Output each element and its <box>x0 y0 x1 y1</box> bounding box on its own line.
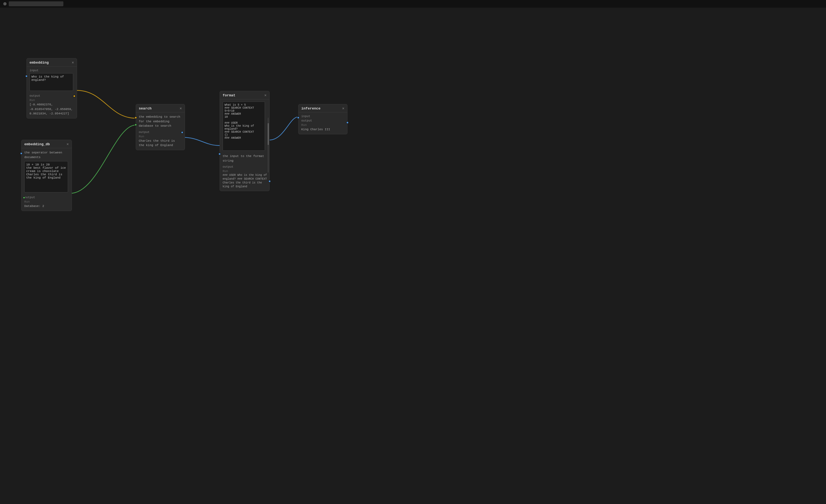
embedding-db-output-port[interactable] <box>23 196 25 199</box>
titlebar-dot <box>3 2 7 5</box>
embedding-db-header: embedding_db × <box>21 140 71 148</box>
embedding-db-output-label: output <box>24 196 69 199</box>
format-input-port[interactable] <box>218 152 221 155</box>
inference-body: input output Run King Charles III <box>299 113 347 134</box>
embedding-db-output-section: output Run Database: 2 <box>24 196 69 208</box>
inference-title: inference <box>301 107 320 111</box>
search-output-value: Charles the third is the king of England <box>139 139 182 148</box>
embedding-db-run[interactable]: Run <box>24 200 69 203</box>
format-run[interactable]: Run <box>223 170 268 173</box>
embedding-db-sep-label: the seperator between documents <box>24 150 69 160</box>
format-scrollbar-thumb[interactable] <box>268 123 269 145</box>
titlebar <box>0 0 826 8</box>
format-input-label: the input to the format string <box>223 154 268 163</box>
search-body: the embedding to search for the embeddin… <box>136 113 185 150</box>
search-desc: the embedding to search for the embeddin… <box>139 115 182 128</box>
search-emb-port[interactable] <box>134 116 137 119</box>
embedding-db-title: embedding_db <box>24 142 50 146</box>
format-output-port[interactable] <box>268 180 271 183</box>
inference-close[interactable]: × <box>342 107 344 111</box>
embedding-output-section: output Run [-0.46092376, -0.016547058, -… <box>30 94 74 116</box>
format-node: format × the input to the format string … <box>220 91 270 191</box>
embedding-output-label: output <box>30 94 74 98</box>
format-header: format × <box>220 91 269 100</box>
format-title: format <box>223 93 235 98</box>
inference-node: inference × input output Run King Charle… <box>298 104 347 134</box>
inference-output-port[interactable] <box>346 121 349 124</box>
inference-output-label: output <box>301 119 344 122</box>
canvas: embedding × input output Run [-0.4609237… <box>0 8 826 504</box>
search-header: search × <box>136 104 185 113</box>
inference-input-port[interactable] <box>297 116 300 119</box>
embedding-db-node: embedding_db × the seperator between doc… <box>21 140 72 211</box>
format-output-label: output <box>223 165 268 169</box>
embedding-output-value: [-0.46092376, -0.016547058, -2.056059, 0… <box>30 103 74 116</box>
embedding-input-port[interactable] <box>25 75 28 77</box>
embedding-body: input output Run [-0.46092376, -0.016547… <box>27 67 77 118</box>
embedding-db-body: the seperator between documents output R… <box>21 148 71 211</box>
format-close[interactable]: × <box>264 93 267 98</box>
embedding-db-input-port[interactable] <box>20 152 23 155</box>
embedding-input-field[interactable] <box>30 73 73 91</box>
search-output-port[interactable] <box>181 131 184 134</box>
search-node: search × the embedding to search for the… <box>136 104 185 150</box>
format-body: the input to the format string output Ru… <box>220 100 269 191</box>
format-input-section: the input to the format string <box>223 154 268 163</box>
embedding-close[interactable]: × <box>72 61 74 65</box>
titlebar-input[interactable] <box>9 1 63 6</box>
search-db-port[interactable] <box>134 123 137 126</box>
search-title: search <box>139 107 152 111</box>
search-output-section: output Run Charles the third is the king… <box>139 130 182 148</box>
inference-header: inference × <box>299 104 347 113</box>
embedding-node-header: embedding × <box>27 58 77 67</box>
embedding-title: embedding <box>30 61 49 65</box>
format-scrollbar-track[interactable] <box>268 118 269 173</box>
inference-input-label: input <box>301 115 344 118</box>
embedding-db-output-value: Database: 2 <box>24 204 69 208</box>
embedding-input-label: input <box>30 69 74 72</box>
inference-output-value: King Charles III <box>301 127 344 132</box>
embedding-db-close[interactable]: × <box>67 142 69 146</box>
search-run[interactable]: Run <box>139 135 182 138</box>
embedding-node: embedding × input output Run [-0.4609237… <box>26 58 77 119</box>
format-content[interactable] <box>223 102 265 151</box>
format-output-value: ### USER Who is the king of england? ###… <box>223 173 268 189</box>
format-output-section: output Run ### USER Who is the king of e… <box>223 165 268 189</box>
embedding-output-port[interactable] <box>73 95 76 98</box>
search-close[interactable]: × <box>180 107 182 111</box>
inference-run[interactable]: Run <box>301 123 344 127</box>
search-output-label: output <box>139 130 182 134</box>
embedding-run[interactable]: Run <box>30 99 74 102</box>
embedding-db-content[interactable] <box>24 161 68 192</box>
connections-svg <box>0 8 826 504</box>
